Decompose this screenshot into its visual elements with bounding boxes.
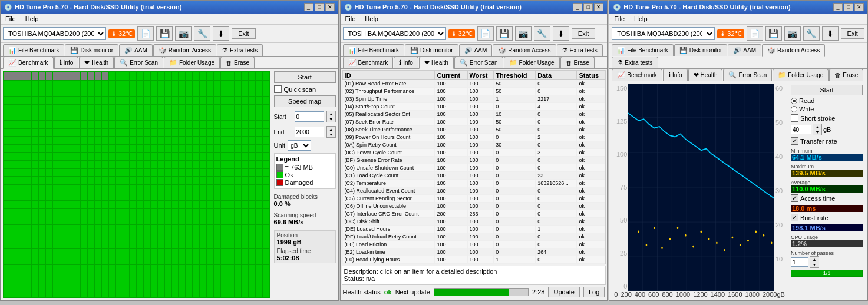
tab-disk-monitor-3[interactable]: 💾 Disk monitor [674,44,728,56]
speed-map-button[interactable]: Speed map [274,95,336,107]
passes-input[interactable] [791,257,808,267]
table-row[interactable]: (DC) Disk Shift10010000ok [342,218,605,226]
table-row[interactable]: (E2) Load-in time1001000264ok [342,248,605,256]
tab-random-access-2[interactable]: 🎲 Random Access [493,44,556,56]
table-row[interactable]: (02) Throughput Performance100100500ok [342,88,605,95]
icon-btn-3d[interactable]: 🔧 [803,26,820,41]
table-row[interactable]: (C2) Temperature1001000163210526...ok [342,180,605,187]
tab-health-3[interactable]: ❤ Health [688,69,723,81]
tab-aam-3[interactable]: 🔊 AAM [728,44,761,56]
tab-disk-monitor-1[interactable]: 💾 Disk monitor [65,44,118,56]
exit-btn-3[interactable]: Exit [841,28,864,39]
tab-benchmark-3[interactable]: 📈 Benchmark [612,69,662,81]
table-row[interactable]: (01) Raw Read Error Rate100100500ok [342,80,605,88]
icon-btn-3c[interactable]: 📷 [784,26,801,41]
icon-btn-2a[interactable]: 📄 [477,26,494,41]
tab-extra-3[interactable]: ⚗ Extra tests [612,57,658,68]
table-row[interactable]: (F0) Head Flying Hours10010010ok [342,256,605,264]
tab-info-2[interactable]: ℹ Info [394,57,418,68]
tab-health-2[interactable]: ❤ Health [419,57,454,69]
table-row[interactable]: (03) Spin Up Time10010012217ok [342,95,605,103]
tab-aam-1[interactable]: 🔊 AAM [119,44,153,56]
icon-btn-3e[interactable]: ⬇ [822,26,839,41]
tab-file-benchmark-1[interactable]: 📊 File Benchmark [3,44,64,56]
icon-btn-3a[interactable]: 📄 [747,26,763,41]
start-button[interactable]: Start [274,71,336,83]
end-input[interactable] [295,127,324,137]
tab-health-1[interactable]: ❤ Health [79,57,114,68]
tab-error-2[interactable]: 🔍 Error Scan [454,57,503,68]
tab-file-benchmark-2[interactable]: 📊 File Benchmark [343,44,404,56]
tab-aam-2[interactable]: 🔊 AAM [459,44,493,56]
table-row[interactable]: (C6) Offline Uncorrectable10010000ok [342,203,605,210]
size-spin-up[interactable]: ▲ [813,124,821,130]
unit-select[interactable]: gB [288,140,311,151]
table-row[interactable]: (C7) Interface CRC Error Count20025300ok [342,210,605,218]
tab-folder-usage-1[interactable]: 📁 Folder Usage [164,57,220,68]
tab-info-3[interactable]: ℹ Info [663,69,688,81]
maximize-btn-2[interactable]: □ [583,3,593,11]
tab-folder-2[interactable]: 📁 Folder Usage [504,57,560,68]
start-input[interactable] [295,111,324,122]
table-row[interactable]: (BF) G-sense Error Rate10010000ok [342,157,605,164]
write-radio[interactable] [791,106,797,112]
table-row[interactable]: (DF) Load/Unload Retry Count10010000ok [342,233,605,241]
minimize-btn-1[interactable]: _ [304,3,313,11]
tab-info-1[interactable]: ℹ Info [54,57,79,68]
tab-benchmark-2[interactable]: 📈 Benchmark [343,57,394,68]
minimize-btn-2[interactable]: _ [573,3,582,11]
table-row[interactable]: (04) Start/Stop Count10010004ok [342,103,605,111]
tab-benchmark-1[interactable]: 📈 Benchmark [3,57,54,69]
table-row[interactable]: (05) Reallocated Sector Cnt100100100ok [342,111,605,118]
icon-btn-1d[interactable]: 🔧 [194,26,210,41]
menu-help-1[interactable]: Help [23,15,41,23]
table-row[interactable]: (C1) Load Cycle Count100100023ok [342,172,605,180]
icon-btn-1e[interactable]: ⬇ [213,26,229,41]
quick-scan-checkbox[interactable] [274,85,282,93]
tab-random-access-1[interactable]: 🎲 Random Access [153,44,216,56]
tab-file-benchmark-3[interactable]: 📊 File Benchmark [612,44,673,56]
table-row[interactable]: (07) Seek Error Rate100100500ok [342,118,605,126]
disk-selector-2[interactable]: TOSHIBA MQ04ABD200 (2000 gB) [343,27,446,40]
table-row[interactable]: (C4) Reallocated Event Count10010000ok [342,187,605,195]
start-spin-down[interactable]: ▼ [327,117,335,122]
maximize-btn-1[interactable]: □ [315,3,324,11]
disk-selector-1[interactable]: TOSHIBA MQ04ABD200 (2000 gB) [3,27,106,40]
tab-extra-2[interactable]: ⚗ Extra tests [557,44,603,56]
table-row[interactable]: (08) Seek Time Performance100100500ok [342,126,605,134]
start-btn-3[interactable]: Start [791,85,863,95]
tab-random-access-3[interactable]: 🎲 Random Access [762,44,825,57]
tab-extra-tests-1[interactable]: ⚗ Extra tests [217,44,263,56]
menu-help-2[interactable]: Help [362,15,381,23]
table-row[interactable]: (C5) Current Pending Sector10010000ok [342,195,605,203]
read-radio[interactable] [791,98,797,104]
table-row[interactable]: (C0) Unsafe Shutdown Count10010000ok [342,164,605,172]
icon-btn-1b[interactable]: 💾 [156,26,173,41]
start-spin-up[interactable]: ▲ [327,111,335,117]
maximize-btn-3[interactable]: □ [844,3,853,11]
tab-erase-2[interactable]: 🗑 Erase [560,57,595,68]
tab-erase-1[interactable]: 🗑 Erase [220,57,255,68]
passes-spin-down[interactable]: ▼ [810,262,819,267]
close-btn-3[interactable]: ✕ [854,3,864,11]
table-row[interactable]: (DE) Loaded Hours10010001ok [342,226,605,233]
icon-btn-1c[interactable]: 📷 [175,26,192,41]
tab-error-3[interactable]: 🔍 Error Scan [723,69,772,81]
menu-help-3[interactable]: Help [632,15,650,23]
short-stroke-checkbox[interactable] [791,114,798,122]
log-button[interactable]: Log [583,287,605,297]
transfer-rate-checkbox[interactable]: ✓ [791,137,798,145]
close-btn-1[interactable]: ✕ [325,3,335,11]
menu-file-1[interactable]: File [3,15,18,23]
update-button[interactable]: Update [548,287,579,297]
tab-disk-monitor-2[interactable]: 💾 Disk monitor [405,44,458,56]
table-row[interactable]: (0A) Spin Retry Count100100300ok [342,141,605,149]
icon-btn-2c[interactable]: 📷 [515,26,532,41]
tab-error-scan-1[interactable]: 🔍 Error Scan [114,57,163,68]
disk-selector-3[interactable]: TOSHIBA MQ04ABD200 (2000 gB) [612,27,715,40]
end-spin-up[interactable]: ▲ [327,127,335,132]
burst-rate-checkbox[interactable]: ✓ [791,214,798,221]
table-row[interactable]: (09) Power On Hours Count10010002ok [342,134,605,141]
icon-btn-1a[interactable]: 📄 [137,26,154,41]
end-spin-down[interactable]: ▼ [327,132,335,137]
